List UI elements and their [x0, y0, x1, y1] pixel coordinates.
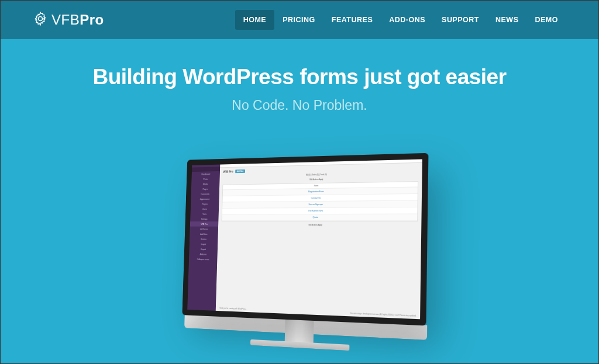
gear-icon — [33, 11, 48, 29]
table-row: The Kitchen Sink — [222, 207, 418, 215]
wp-footer-left: Thank you for creating with WordPress. — [219, 307, 246, 310]
wp-footer-right: You are using a development version (4.2… — [350, 312, 416, 317]
logo-text: VFBPro — [51, 12, 104, 28]
nav-features[interactable]: FEATURES — [323, 10, 381, 30]
hero-subtitle: No Code. No Problem. — [1, 98, 598, 113]
svg-point-0 — [39, 17, 43, 21]
wp-add-new-button: Add New — [235, 169, 245, 173]
wp-forms-table: Form Registration Form Contact Us Soccer… — [222, 181, 419, 221]
hero-section: Building WordPress forms just got easier… — [1, 39, 598, 364]
product-screenshot: Dashboard Posts Media Pages Comments App… — [171, 156, 428, 320]
site-header: VFBPro HOME PRICING FEATURES ADD-ONS SUP… — [1, 1, 598, 39]
nav-addons[interactable]: ADD-ONS — [381, 10, 433, 30]
logo[interactable]: VFBPro — [33, 11, 104, 29]
nav-news[interactable]: NEWS — [487, 10, 527, 30]
hero-title: Building WordPress forms just got easier — [1, 65, 598, 89]
nav-demo[interactable]: DEMO — [527, 10, 567, 30]
nav-support[interactable]: SUPPORT — [433, 10, 487, 30]
primary-nav: HOME PRICING FEATURES ADD-ONS SUPPORT NE… — [235, 10, 566, 30]
table-row: Quote — [222, 214, 417, 221]
wp-admin-sidebar: Dashboard Posts Media Pages Comments App… — [187, 165, 220, 311]
nav-pricing[interactable]: PRICING — [274, 10, 323, 30]
wp-admin-main: VFB Pro Add New All (5) | Drafts (0) | T… — [216, 160, 422, 320]
monitor-screen: Dashboard Posts Media Pages Comments App… — [182, 153, 428, 326]
nav-home[interactable]: HOME — [235, 10, 275, 30]
wp-page-title: VFB Pro — [223, 170, 233, 174]
